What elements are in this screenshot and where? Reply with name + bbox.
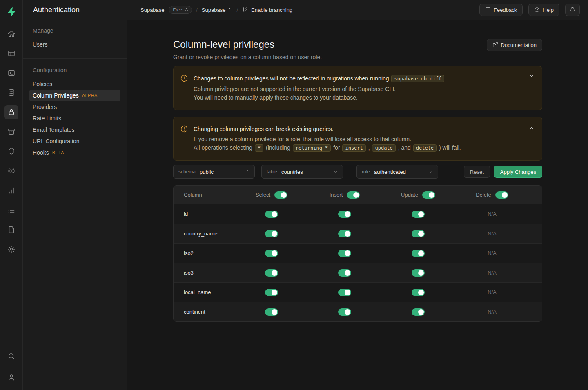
section-heading-manage: Manage: [29, 27, 120, 34]
code-chip: update: [372, 144, 395, 152]
toggle-knob: [345, 250, 350, 256]
update-toggle[interactable]: [412, 230, 425, 237]
project-selector[interactable]: Supabase: [202, 7, 233, 13]
banner-text: (including: [266, 144, 290, 151]
delete-na: N/A: [455, 230, 529, 237]
sidebar-item-url-configuration[interactable]: URL Configuration: [29, 135, 120, 147]
insert-toggle[interactable]: [338, 211, 351, 218]
close-icon: [529, 124, 535, 130]
delete-na: N/A: [455, 289, 529, 295]
documentation-button[interactable]: Documentation: [487, 39, 542, 51]
rail-item-edge-functions[interactable]: [4, 144, 18, 158]
content-scroll[interactable]: Column-level privileges Grant or revoke …: [127, 20, 588, 390]
code-chip: insert: [342, 144, 365, 152]
code-chip: returning *: [293, 144, 331, 152]
rail-item-realtime[interactable]: [4, 164, 18, 178]
sidebar-item-email-templates[interactable]: Email Templates: [29, 124, 120, 135]
toggle-knob: [281, 192, 287, 198]
toggle-knob: [272, 270, 277, 276]
plan-badge-label: Free: [173, 7, 183, 12]
update-cell: [381, 250, 455, 257]
chevrons-up-down-icon: [227, 7, 232, 12]
sidebar-item-policies[interactable]: Policies: [29, 78, 120, 90]
insert-all-toggle[interactable]: [347, 191, 360, 199]
sidebar-item-rate-limits[interactable]: Rate Limits: [29, 113, 120, 124]
rail-item-reports[interactable]: [4, 184, 18, 197]
rail-item-storage[interactable]: [4, 125, 18, 139]
select-cell: [235, 230, 308, 237]
banner-text: All operations selecting: [194, 144, 252, 151]
apply-changes-button[interactable]: Apply Changes: [494, 166, 542, 178]
reset-button[interactable]: Reset: [464, 166, 490, 178]
sidebar-item-label: Providers: [33, 104, 57, 110]
column-name: id: [174, 211, 235, 217]
update-toggle[interactable]: [412, 250, 425, 257]
rail-nav: [4, 27, 18, 256]
rail-item-database[interactable]: [4, 86, 18, 100]
rail-item-api-docs[interactable]: [4, 223, 18, 237]
sidebar-item-label: Policies: [33, 81, 52, 87]
update-all-toggle[interactable]: [422, 191, 435, 199]
rail-item-account[interactable]: [4, 370, 18, 384]
plan-badge[interactable]: Free: [169, 6, 192, 14]
toggle-knob: [353, 192, 359, 198]
insert-toggle[interactable]: [338, 269, 351, 277]
toggle-knob: [418, 290, 424, 295]
rail-item-sql-editor[interactable]: [4, 66, 18, 80]
sidebar-divider: [23, 58, 127, 59]
toggle-knob: [345, 231, 350, 237]
update-toggle[interactable]: [412, 289, 425, 296]
delete-all-toggle[interactable]: [495, 191, 508, 199]
sidebar-item-hooks[interactable]: Hooks BETA: [29, 147, 120, 158]
select-toggle[interactable]: [265, 289, 278, 296]
role-select[interactable]: role authenticated: [356, 165, 438, 179]
enable-branching-button[interactable]: Enable branching: [242, 7, 292, 13]
select-toggle[interactable]: [265, 211, 278, 218]
toggle-knob: [418, 250, 424, 256]
insert-cell: [308, 289, 381, 296]
bell-icon: [570, 7, 575, 13]
main-area: Supabase Free / Supabase / Enable branch…: [127, 0, 588, 390]
feedback-button[interactable]: Feedback: [479, 4, 523, 16]
rail-item-authentication[interactable]: [4, 105, 18, 119]
supabase-logo[interactable]: [4, 5, 18, 19]
update-toggle[interactable]: [412, 269, 425, 277]
rail-item-settings[interactable]: [4, 242, 18, 256]
select-toggle[interactable]: [265, 230, 278, 237]
notifications-button[interactable]: [565, 4, 580, 16]
beta-badge: BETA: [52, 150, 64, 155]
banner-body: Changing column privileges can break exi…: [194, 125, 461, 153]
select-toggle[interactable]: [265, 269, 278, 277]
rail-item-search[interactable]: [4, 349, 18, 363]
sidebar-item-providers[interactable]: Providers: [29, 101, 120, 113]
select-header: Select: [235, 191, 308, 199]
toggle-knob: [429, 192, 434, 198]
role-label: role: [362, 169, 370, 175]
schema-select[interactable]: schema public: [173, 165, 255, 179]
rail-item-home[interactable]: [4, 27, 18, 41]
select-all-toggle[interactable]: [274, 191, 287, 199]
rail-item-table-editor[interactable]: [4, 47, 18, 60]
insert-toggle[interactable]: [338, 289, 351, 296]
table-select[interactable]: table countries: [261, 165, 343, 179]
insert-toggle[interactable]: [338, 250, 351, 257]
delete-header: Delete: [455, 191, 529, 199]
close-banner-button[interactable]: [526, 122, 537, 133]
select-toggle[interactable]: [265, 250, 278, 257]
insert-toggle[interactable]: [338, 308, 351, 316]
schema-value: public: [200, 169, 241, 175]
table-row: continent N/A: [174, 302, 542, 321]
sidebar-item-users[interactable]: Users: [29, 39, 120, 50]
sidebar-item-column-privileges[interactable]: Column Privileges ALPHA: [29, 90, 120, 101]
org-name[interactable]: Supabase: [140, 7, 165, 13]
update-toggle[interactable]: [412, 211, 425, 218]
close-banner-button[interactable]: [526, 71, 537, 82]
privileges-table: Column Select Insert Update: [173, 185, 542, 322]
select-toggle[interactable]: [265, 308, 278, 316]
rail-item-logs[interactable]: [4, 203, 18, 217]
insert-toggle[interactable]: [338, 230, 351, 237]
update-toggle[interactable]: [412, 308, 425, 316]
insert-cell: [308, 211, 381, 218]
help-button[interactable]: Help: [528, 4, 559, 16]
delete-na: N/A: [455, 309, 529, 315]
